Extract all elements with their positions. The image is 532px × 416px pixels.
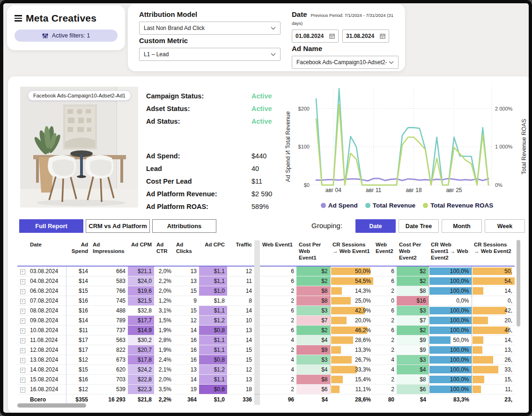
summary-value: $11 xyxy=(251,178,262,185)
date-start-input[interactable]: 01.08.2024 xyxy=(292,30,339,43)
cell-cost1: $2 xyxy=(296,276,330,286)
column-header-date[interactable]: Date xyxy=(28,240,66,266)
section-divider xyxy=(254,286,260,296)
table-row: +11.08.2024$17563$30,22,8%16$1,1144$428,… xyxy=(17,335,515,345)
campaign-summary: Campaign Status:ActiveAdset Status:Activ… xyxy=(146,89,291,213)
summary-value: $2 590 xyxy=(251,190,272,198)
cell-cpc: $1,1 xyxy=(199,375,227,385)
bar-value: 33,3% xyxy=(333,366,371,373)
cell-we2: 4 xyxy=(373,355,397,365)
hamburger-menu-icon[interactable] xyxy=(15,15,22,22)
column-header-web-event1[interactable]: Web Event1 xyxy=(260,240,296,266)
cell-we1: 4 xyxy=(260,355,296,365)
column-header-cr-sessions-web-event2[interactable]: CR Sessions → Web Event2 xyxy=(472,240,515,266)
date-end-value: 31.08.2024 xyxy=(346,33,374,39)
summary-value: Active xyxy=(251,105,272,112)
legend-item-total-revenue-roas[interactable]: Total Revenue ROAS xyxy=(423,202,493,209)
cell-ctr: 2,1% xyxy=(154,365,174,375)
section-divider xyxy=(254,394,260,405)
cell-we1: 2 xyxy=(260,286,296,296)
cell-cr12: 100,0% xyxy=(429,385,472,394)
legend-item-total-revenue[interactable]: Total Revenue xyxy=(365,202,415,209)
cell-cr1: 46,2% xyxy=(330,326,373,335)
vertical-scrollbar[interactable] xyxy=(517,240,520,327)
expand-row-icon[interactable]: + xyxy=(20,269,25,275)
expand-row-icon[interactable]: + xyxy=(20,319,25,324)
attribution-model-select[interactable]: Last Non Brand Ad Click xyxy=(139,22,281,35)
tab-crm-vs-ad-platform[interactable]: CRM vs Ad Platform xyxy=(86,219,150,233)
cell-cpm: $17,7 xyxy=(128,316,154,326)
column-header-ad-ctr[interactable]: Ad CTR xyxy=(154,240,174,266)
column-header-web-event2[interactable]: Web Event2 xyxy=(373,240,397,266)
column-header-ad-cpc[interactable]: Ad CPC xyxy=(199,240,227,266)
cell-spend: $17 xyxy=(66,335,90,345)
column-header-ad-spend[interactable]: Ad Spend xyxy=(66,240,90,266)
cell-cr1: 50,0% xyxy=(330,266,373,276)
expand-row-icon[interactable]: + xyxy=(20,368,25,373)
active-filters-badge[interactable]: Active filters: 1 xyxy=(15,30,118,42)
expand-row-icon[interactable]: + xyxy=(20,358,25,363)
cell-cr12: 100,0% xyxy=(429,375,472,385)
custom-metric-select[interactable]: L1 – Lead xyxy=(139,48,281,61)
cell-imp: 737 xyxy=(90,326,128,335)
grouping-date-tree[interactable]: Date Tree xyxy=(399,219,439,233)
cell-spend: $15 xyxy=(66,365,90,375)
expand-row-icon[interactable]: + xyxy=(20,289,25,294)
bar-value: 50,0% xyxy=(333,268,371,275)
column-header-ad-clicks[interactable]: Ad Clicks xyxy=(174,240,199,266)
expand-row-icon[interactable]: + xyxy=(20,309,25,314)
section-divider xyxy=(254,296,260,306)
cell-we1: 4 xyxy=(260,335,296,345)
cell-cost2: $6 xyxy=(397,385,429,394)
cell-cpm: $24,2 xyxy=(128,365,154,375)
tab-full-report[interactable]: Full Report xyxy=(19,219,83,233)
cell-clicks: 16 xyxy=(174,355,199,365)
expand-row-icon[interactable]: + xyxy=(20,328,25,334)
summary-label: Ad Spend: xyxy=(146,152,251,160)
expand-row-icon[interactable]: + xyxy=(20,299,25,304)
cell-cr2: 26, xyxy=(472,355,515,365)
summary-label: Ad Platform ROAS: xyxy=(146,203,251,210)
ad-creative-image xyxy=(20,87,138,208)
summary-row: Campaign Status:Active xyxy=(146,89,291,102)
ad-name-select[interactable]: Facebook Ads-Campaign10-Adset2-Ad1 xyxy=(292,56,399,69)
column-header-cr-sessions-web-event1[interactable]: CR Sessions → Web Event1 xyxy=(330,240,373,266)
cell-cost1: $8 xyxy=(296,296,330,306)
column-header-ad-impressions[interactable]: Ad Impressions xyxy=(90,240,128,266)
expand-row-icon[interactable]: + xyxy=(20,338,25,343)
expand-row-icon[interactable]: + xyxy=(20,279,25,284)
column-header-spacer xyxy=(17,240,28,266)
cell-cr12: 100,0% xyxy=(429,365,472,375)
cell-cr12: 100,0% xyxy=(429,266,472,276)
expand-row-icon[interactable]: + xyxy=(20,348,25,353)
column-header-cost-per-web-event2[interactable]: Cost Per Web Event2 xyxy=(397,240,429,266)
cell-cr1: 42,9% xyxy=(330,306,373,316)
cell-imp: 16 293 xyxy=(90,394,128,405)
cell-clicks: 16 xyxy=(174,335,199,345)
cell-date: 04.08.2024 xyxy=(28,276,66,286)
cell-cr2: 20, xyxy=(472,316,515,326)
grouping-month[interactable]: Month xyxy=(442,219,482,233)
cell-spend: $17 xyxy=(66,345,90,355)
tab-attributions[interactable]: Attributions xyxy=(152,219,216,233)
expand-row-icon[interactable]: + xyxy=(20,378,25,383)
column-header-cost-per-web-event1[interactable]: Cost Per Web Event1 xyxy=(296,240,330,266)
cell-cr2: 23, xyxy=(472,394,515,405)
expand-row-icon[interactable]: + xyxy=(20,387,25,393)
bar-value: 100,0% xyxy=(431,327,469,334)
expand-cell: + xyxy=(17,355,28,365)
legend-item-ad-spend[interactable]: Ad Spend xyxy=(321,202,358,209)
column-header-traffic[interactable]: Traffic xyxy=(227,240,254,266)
cell-ctr: 1,2% xyxy=(154,296,174,306)
date-end-input[interactable]: 31.08.2024 xyxy=(342,30,389,43)
column-header-ad-cpm[interactable]: Ad CPM xyxy=(128,240,154,266)
section-divider xyxy=(254,335,260,345)
cell-imp: 620 xyxy=(90,365,128,375)
grouping-date[interactable]: Date xyxy=(355,219,396,233)
column-header-cr-web-event1-web-event2[interactable]: CR Web Event1 → Web Event2 xyxy=(429,240,472,266)
chart-legend: Ad SpendTotal RevenueTotal Revenue ROAS xyxy=(279,202,532,209)
cell-spend: $14 xyxy=(66,266,90,276)
horizontal-scrollbar[interactable] xyxy=(17,403,86,408)
grouping-week[interactable]: Week xyxy=(485,219,525,233)
cell-cr12: 100,0% xyxy=(429,276,472,286)
